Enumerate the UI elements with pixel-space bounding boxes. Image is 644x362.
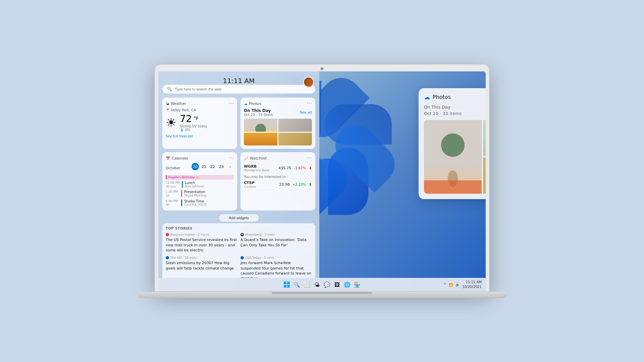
weather-widget: 🌤 Weather ··· 📍 Valley Park, CA ☀️ (162, 98, 237, 149)
store-button[interactable]: 🏪 (353, 281, 361, 289)
photos-widget: ☁ Photos ··· On This Day Oct 20 · 33 ite… (240, 98, 315, 149)
calendar-more-button[interactable]: ··· (229, 156, 234, 161)
weather-forecast-link[interactable]: See full forecast (166, 134, 234, 138)
teams-button[interactable]: 💬 (323, 281, 331, 289)
photo-thumb-4[interactable] (278, 133, 312, 146)
desktop: 11:11 AM 🔍 (158, 71, 486, 291)
taskbar-center: 🔍 ⬜ 🌤 💬 🖼 🌐 🏪 (283, 281, 361, 289)
taskbar-right: ^ 📶 🔊 11:11 AM 10/20/2021 (443, 280, 482, 289)
news-source-3: The Hill · 18 mins (166, 256, 237, 259)
weather-temperature: 72 °F (180, 113, 207, 124)
laptop-hinge (272, 292, 372, 294)
taskbar-chevron-icon[interactable]: ^ (443, 283, 446, 287)
edge-button[interactable]: 🌐 (343, 281, 351, 289)
stock-ctsp[interactable]: CTSP Contoso 23.98 +2.23% ⬆ (244, 179, 312, 190)
photo-thumb-1[interactable] (244, 119, 277, 132)
interested-label: You may be interested in (244, 175, 312, 179)
calendar-nav: October 20 21 22 23 › (166, 163, 234, 173)
laptop-screen-frame: 11:11 AM 🔍 (154, 64, 490, 292)
weather-more-button[interactable]: ··· (229, 101, 234, 106)
calendar-widget-title: 📅 Calendar (166, 156, 188, 161)
on-this-day-label: On This Day (244, 108, 273, 113)
task-view-button[interactable]: ⬜ (303, 281, 311, 289)
desktop-wallpaper: 11:11 AM 🔍 (158, 71, 486, 291)
widgets-taskbar-button[interactable]: 🌤 (313, 281, 321, 289)
search-taskbar-button[interactable]: 🔍 (293, 281, 301, 289)
photos-thumbnail-grid (244, 119, 312, 145)
photo-small-chair[interactable] (483, 158, 486, 194)
add-widgets-button[interactable]: Add widgets (219, 214, 259, 222)
news-headline-1: The US Postal Service revealed its first… (166, 237, 237, 253)
weather-icon: 🌤 (166, 102, 169, 106)
photo-thumb-2[interactable] (278, 119, 312, 132)
widgets-panel: 11:11 AM 🔍 (158, 71, 319, 278)
svg-rect-2 (284, 285, 286, 288)
network-icon[interactable]: 📶 (449, 283, 453, 287)
stock-wgrb[interactable]: WGRB Woodgrove Bank 435.75 -1.67% ⬇ (244, 163, 312, 174)
news-source-4: USA Today · 5 mins (240, 256, 312, 259)
cal-event-studio: 6:00 PM 3h Studio Time Conf Rm 32/35 (166, 199, 234, 207)
photos-exp-date: Oct 20 · 33 items See all (424, 111, 486, 116)
cal-event-lunch: 12:00 PM 30 min Lunch Alex Johnson (166, 181, 234, 189)
news-source-1: Business Insider · 2 hours (166, 233, 237, 236)
cal-date-22[interactable]: 22 (209, 163, 216, 170)
photos-exp-right-bottom[interactable] (483, 158, 486, 194)
search-bar[interactable]: 🔍 (162, 85, 315, 94)
laptop-base (138, 292, 506, 298)
photos-cloud-icon: ☁ (244, 102, 248, 106)
widgets-grid: 🌤 Weather ··· 📍 Valley Park, CA ☀️ (162, 98, 315, 210)
news-section: TOP STORIES Business Insider · 2 hours T… (162, 223, 315, 278)
watchlist-widget-title: 📈 Watchlist (244, 156, 267, 161)
photos-taskbar-button[interactable]: 🖼 (333, 281, 341, 289)
photos-on-this-day-header: On This Day Oct 20 · 33 items See all (244, 108, 312, 117)
start-button[interactable] (283, 281, 291, 289)
photos-exp-grid (424, 120, 486, 194)
cal-date-more[interactable]: › (226, 163, 234, 170)
calendar-icon: 📅 (166, 156, 170, 161)
sound-icon[interactable]: 🔊 (455, 283, 460, 287)
photos-exp-title-row: ☁ Photos (424, 94, 451, 101)
photos-exp-header: ☁ Photos ··· (424, 94, 486, 101)
watchlist-more-button[interactable]: ··· (307, 156, 312, 161)
cal-date-20[interactable]: 20 (192, 163, 199, 170)
cal-date-23[interactable]: 23 (218, 163, 225, 170)
photo-thumb-3[interactable] (244, 133, 277, 146)
photos-exp-left[interactable] (424, 120, 482, 194)
svg-rect-1 (287, 282, 290, 284)
news-item-3[interactable]: The Hill · 18 mins Slash emissions by 20… (166, 256, 237, 278)
photo-large-1[interactable] (424, 120, 482, 194)
weather-precipitation: 💧 0% (180, 128, 207, 132)
watchlist-icon: 📈 (244, 156, 249, 161)
photos-see-all-link[interactable]: See all (300, 110, 312, 115)
laptop-camera (321, 67, 323, 70)
calendar-date-row: 20 21 22 23 › (192, 163, 234, 170)
weather-widget-title: 🌤 Weather (166, 102, 186, 106)
news-source-2: B Bloomberg · 3 mins (240, 233, 312, 236)
news-item-2[interactable]: B Bloomberg · 3 mins A Quant's Take on I… (240, 233, 312, 253)
svg-rect-3 (287, 285, 290, 288)
photos-exp-cloud-icon: ☁ (424, 94, 430, 101)
photos-exp-right-top[interactable] (483, 120, 486, 156)
news-item-4[interactable]: USA Today · 5 mins Jets forward Mark Sch… (240, 256, 312, 278)
weather-location: 📍 Valley Park, CA (166, 108, 234, 112)
taskbar-clock[interactable]: 11:11 AM 10/20/2021 (462, 280, 482, 289)
news-item-1[interactable]: Business Insider · 2 hours The US Postal… (166, 233, 237, 253)
photos-date: Oct 20 · 33 items (244, 113, 273, 117)
photos-widget-title: ☁ Photos (244, 102, 261, 106)
photo-small-plant[interactable] (483, 120, 486, 156)
cal-date-21[interactable]: 21 (200, 163, 208, 170)
user-avatar[interactable] (303, 77, 314, 87)
news-headline-3: Slash emissions by 2030? How big goals w… (166, 260, 237, 271)
svg-rect-0 (284, 282, 286, 284)
news-headline-2: A Quant's Take on Innovation: 'Data Can … (240, 237, 312, 248)
photos-exp-on-this-day: On This Day (424, 105, 486, 110)
weather-sun-icon: ☀️ (166, 116, 176, 129)
search-icon: 🔍 (167, 87, 172, 92)
top-stories-label: TOP STORIES (166, 227, 312, 230)
weather-main: ☀️ 72 °F Strong UV today 💧 0% (166, 113, 234, 132)
search-input[interactable] (175, 87, 311, 91)
photos-expanded-card: ☁ Photos ··· On This Day Oct 20 · 33 ite… (419, 88, 486, 199)
up-circle-icon: ⬆ (309, 182, 312, 187)
weather-description: Strong UV today (180, 124, 207, 128)
photos-more-button[interactable]: ··· (307, 101, 312, 106)
